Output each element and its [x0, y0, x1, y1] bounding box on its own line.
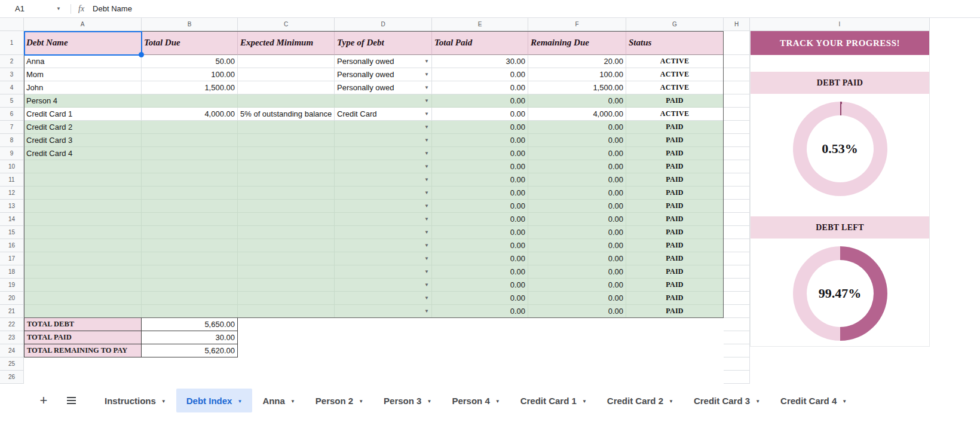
cell[interactable]	[142, 134, 238, 147]
cell[interactable]: 0.00	[432, 200, 528, 213]
cell[interactable]: 0.00	[528, 121, 626, 134]
cell[interactable]	[142, 173, 238, 187]
cell[interactable]: ▼	[335, 213, 432, 226]
cell[interactable]: 0.00	[432, 108, 528, 121]
cell[interactable]: 0.00	[528, 226, 626, 239]
cell[interactable]: 100.00	[142, 68, 238, 81]
cell[interactable]	[142, 213, 238, 226]
cell[interactable]	[24, 252, 142, 265]
row-header-18[interactable]: 18	[0, 265, 24, 279]
empty-cell-h[interactable]	[724, 68, 750, 81]
cell[interactable]: 0.00	[528, 147, 626, 160]
chevron-down-icon[interactable]: ▼	[755, 398, 760, 404]
empty-cell-h[interactable]	[724, 121, 750, 134]
empty-cell-h[interactable]	[724, 318, 750, 331]
cell[interactable]	[238, 200, 335, 213]
row-header-24[interactable]: 24	[0, 344, 24, 357]
tab-debt-index[interactable]: Debt Index▼	[176, 389, 253, 412]
cell[interactable]: PAID	[626, 252, 724, 265]
dropdown-caret-icon[interactable]: ▼	[422, 111, 429, 117]
cell[interactable]	[238, 55, 335, 68]
add-sheet-button[interactable]: +	[33, 390, 54, 411]
row-header-1[interactable]: 1	[0, 31, 24, 55]
cell[interactable]	[238, 265, 335, 279]
total-label-cell[interactable]: TOTAL PAID	[24, 331, 142, 344]
select-all-button[interactable]	[0, 18, 24, 31]
column-title-cell[interactable]: Type of Debt	[335, 31, 432, 55]
cell[interactable]: 0.00	[528, 252, 626, 265]
cell[interactable]: PAID	[626, 147, 724, 160]
dropdown-caret-icon[interactable]: ▼	[422, 85, 429, 90]
row-header-22[interactable]: 22	[0, 318, 24, 331]
cell[interactable]: Personally owed▼	[335, 55, 432, 68]
total-label-cell[interactable]: TOTAL REMAINING TO PAY	[24, 344, 142, 357]
cell[interactable]: PAID	[626, 226, 724, 239]
cell[interactable]: 4,000.00	[142, 108, 238, 121]
cell[interactable]: PAID	[626, 305, 724, 318]
cell[interactable]	[142, 252, 238, 265]
cell[interactable]	[142, 94, 238, 108]
column-title-cell[interactable]: Debt Name	[24, 31, 142, 55]
cell[interactable]: 0.00	[528, 94, 626, 108]
empty-cell-h[interactable]	[724, 331, 750, 344]
cell[interactable]: ACTIVE	[626, 55, 724, 68]
cell[interactable]	[238, 81, 335, 94]
dropdown-caret-icon[interactable]: ▼	[422, 98, 429, 103]
cell[interactable]: 0.00	[528, 265, 626, 279]
column-header-d[interactable]: D	[335, 18, 432, 31]
row-header-15[interactable]: 15	[0, 226, 24, 239]
name-box[interactable]: A1 ▼	[0, 0, 67, 17]
dropdown-caret-icon[interactable]: ▼	[422, 137, 429, 143]
cell[interactable]: ▼	[335, 305, 432, 318]
empty-cell-h[interactable]	[724, 371, 750, 384]
dropdown-caret-icon[interactable]: ▼	[422, 190, 429, 195]
cell[interactable]: Credit Card▼	[335, 108, 432, 121]
cell[interactable]: PAID	[626, 213, 724, 226]
cell[interactable]	[142, 121, 238, 134]
total-value-cell[interactable]: 5,620.00	[142, 344, 238, 357]
row-header-6[interactable]: 6	[0, 108, 24, 121]
cell[interactable]: John	[24, 81, 142, 94]
cell[interactable]: 0.00	[528, 279, 626, 292]
dropdown-caret-icon[interactable]: ▼	[422, 295, 429, 301]
cell[interactable]	[238, 292, 335, 305]
dropdown-caret-icon[interactable]: ▼	[422, 230, 429, 235]
cell[interactable]: ACTIVE	[626, 68, 724, 81]
cell[interactable]: 0.00	[432, 173, 528, 187]
chevron-down-icon[interactable]: ▼	[290, 398, 295, 404]
dropdown-caret-icon[interactable]: ▼	[422, 124, 429, 130]
total-label-cell[interactable]: TOTAL DEBT	[24, 318, 142, 331]
chevron-down-icon[interactable]: ▼	[582, 398, 587, 404]
cell[interactable]: 100.00	[528, 68, 626, 81]
empty-cell-h[interactable]	[724, 213, 750, 226]
dropdown-caret-icon[interactable]: ▼	[422, 282, 429, 288]
empty-cell-h[interactable]	[724, 94, 750, 108]
dropdown-caret-icon[interactable]: ▼	[422, 177, 429, 182]
cell[interactable]: 0.00	[432, 160, 528, 173]
chevron-down-icon[interactable]: ▼	[842, 398, 847, 404]
row-header-12[interactable]: 12	[0, 187, 24, 200]
column-header-e[interactable]: E	[432, 18, 528, 31]
cell[interactable]	[142, 305, 238, 318]
cell[interactable]: 4,000.00	[528, 108, 626, 121]
cell[interactable]: 50.00	[142, 55, 238, 68]
cell[interactable]	[142, 160, 238, 173]
cell[interactable]	[238, 121, 335, 134]
empty-cell-h[interactable]	[724, 239, 750, 252]
tab-person-3[interactable]: Person 3▼	[373, 389, 442, 412]
cell[interactable]: ▼	[335, 226, 432, 239]
row-header-13[interactable]: 13	[0, 200, 24, 213]
row-header-26[interactable]: 26	[0, 371, 24, 384]
cell[interactable]	[142, 147, 238, 160]
dropdown-caret-icon[interactable]: ▼	[422, 164, 429, 169]
cell[interactable]: Credit Card 4	[24, 147, 142, 160]
row-header-17[interactable]: 17	[0, 252, 24, 265]
cell[interactable]: ▼	[335, 94, 432, 108]
cell[interactable]	[24, 226, 142, 239]
cell[interactable]: 0.00	[432, 94, 528, 108]
cell[interactable]	[24, 239, 142, 252]
chevron-down-icon[interactable]: ▼	[669, 398, 673, 404]
cell[interactable]	[24, 279, 142, 292]
row-header-11[interactable]: 11	[0, 173, 24, 187]
row-header-20[interactable]: 20	[0, 292, 24, 305]
